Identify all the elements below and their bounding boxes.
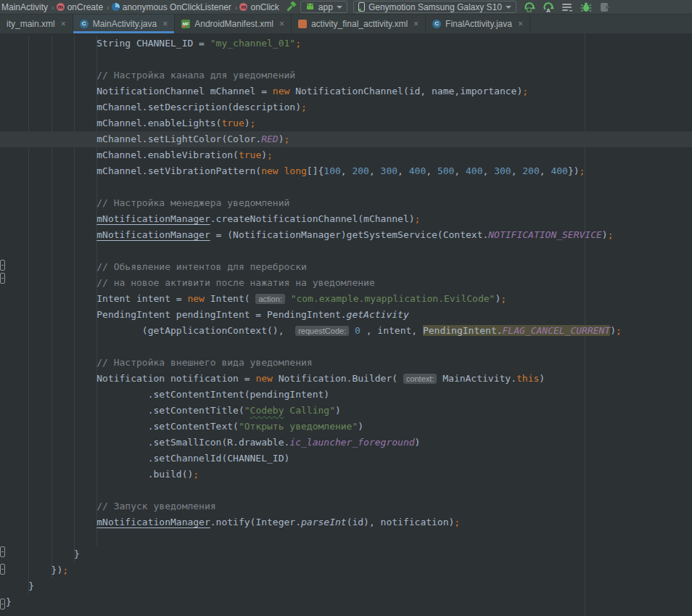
breadcrumb-item[interactable]: monClick xyxy=(239,2,279,12)
breadcrumb-item[interactable]: MainActivity xyxy=(1,2,48,12)
code-token: .setChannelId(CHANNEL_ID) xyxy=(6,453,289,464)
code-line[interactable]: mChannel.setVibrationPattern(new long[]{… xyxy=(0,163,692,179)
code-line[interactable]: mChannel.enableLights(true); xyxy=(0,115,692,131)
code-line[interactable]: // Настройка канала для уведомлений xyxy=(0,67,692,83)
editor-tab[interactable]: CFinalActtivity.java× xyxy=(426,15,530,33)
close-icon[interactable]: × xyxy=(279,19,284,29)
code-line[interactable] xyxy=(0,243,692,259)
code-line[interactable]: Notification notification = new Notifica… xyxy=(0,371,692,387)
profiler-sessions-icon[interactable] xyxy=(561,1,574,13)
code-token: ; xyxy=(193,469,199,480)
code-line[interactable]: // на новое активити после нажатия на ув… xyxy=(0,275,692,291)
code-token: ; xyxy=(580,165,585,176)
code-line[interactable] xyxy=(0,482,692,498)
code-line[interactable]: // Запуск уведомления xyxy=(0,498,692,514)
code-token: // Обьявление интентов для переброски xyxy=(6,261,307,272)
profile-app-icon[interactable] xyxy=(599,1,611,13)
code-line[interactable]: // Обьявление интентов для переброски xyxy=(0,259,692,275)
breadcrumb-separator: › xyxy=(107,3,110,12)
close-icon[interactable]: × xyxy=(162,19,168,29)
device-select[interactable]: Genymotion Samsung Galaxy S10 xyxy=(353,1,516,13)
code-token: FLAG_CANCEL_CURRENT xyxy=(503,325,611,336)
code-token: } xyxy=(6,596,12,607)
code-line[interactable]: // Настройка менеджера уведомлений xyxy=(0,195,692,211)
code-line[interactable]: } xyxy=(0,578,692,594)
editor-tab[interactable]: CMainActivity.java× xyxy=(73,15,176,33)
code-token: ; xyxy=(295,38,301,49)
code-line[interactable]: PendingIntent pendingIntent = PendingInt… xyxy=(0,307,692,323)
apply-code-changes-icon[interactable]: A xyxy=(543,1,555,13)
code-line[interactable]: mChannel.setLightColor(Color.RED); xyxy=(0,131,692,147)
code-line[interactable]: (getApplicationContext(), requestCode: 0… xyxy=(0,323,692,339)
code-token: mChannel.setDescription(description) xyxy=(6,102,301,112)
code-token: 200 xyxy=(522,165,539,176)
code-line[interactable]: // Настройка внешнего вида уведомления xyxy=(0,355,692,371)
chevron-down-icon xyxy=(506,6,511,9)
code-line[interactable]: .build(); xyxy=(0,467,692,482)
apply-changes-restart-icon[interactable] xyxy=(524,1,536,13)
code-token: "my_channel_01" xyxy=(210,38,295,49)
code-token: long xyxy=(284,165,307,176)
code-token: }) xyxy=(6,564,62,575)
code-token: // на новое активити после нажатия на ув… xyxy=(6,277,375,288)
code-line[interactable]: .setContentIntent(pendingIntent) xyxy=(0,387,692,403)
code-line[interactable]: String CHANNEL_ID = "my_channel_01"; xyxy=(0,36,692,52)
code-line[interactable]: .setContentTitle("Codeby Calling") xyxy=(0,403,692,419)
code-token: mNotificationManager xyxy=(96,229,210,240)
code-line[interactable] xyxy=(0,179,692,195)
code-token: .notify(Integer. xyxy=(210,517,301,527)
breadcrumb-label: anonymous OnClickListener xyxy=(123,2,231,12)
code-token: .setContentTitle( xyxy=(6,405,244,416)
code-token: 200 xyxy=(352,165,368,176)
breadcrumb-item[interactable]: monCreate xyxy=(57,2,103,12)
code-token: "Открыть уведомление" xyxy=(239,421,358,432)
code-line[interactable]: mNotificationManager = (NotificationMana… xyxy=(0,227,692,243)
code-token: ; xyxy=(616,325,622,336)
code-token: "com.example.myapplication.EvilCode" xyxy=(291,293,495,304)
tab-label: MainActivity.java xyxy=(93,19,157,29)
code-editor[interactable]: String CHANNEL_ID = "my_channel_01"; // … xyxy=(0,33,692,616)
build-hammer-icon[interactable] xyxy=(285,1,297,13)
code-line[interactable] xyxy=(0,52,692,67)
code-line[interactable]: mChannel.enableVibration(true); xyxy=(0,147,692,163)
code-line[interactable]: .setContentText("Открыть уведомление") xyxy=(0,419,692,435)
code-token: ) xyxy=(539,373,545,384)
code-line[interactable]: mNotificationManager.notify(Integer.pars… xyxy=(0,514,692,530)
code-line[interactable] xyxy=(0,530,692,546)
code-token: ; xyxy=(301,102,307,112)
code-line[interactable]: NotificationChannel mChannel = new Notif… xyxy=(0,83,692,99)
code-token: MainActivity. xyxy=(437,373,516,384)
code-line[interactable]: .setChannelId(CHANNEL_ID) xyxy=(0,451,692,467)
code-line[interactable]: mNotificationManager.createNotificationC… xyxy=(0,211,692,227)
code-token: 400 xyxy=(409,165,426,176)
code-line[interactable]: }); xyxy=(0,562,692,578)
code-token: , xyxy=(511,165,523,176)
close-icon[interactable]: × xyxy=(518,19,523,29)
code-token: ) xyxy=(358,421,363,432)
code-token: 100 xyxy=(324,165,340,176)
code-line[interactable]: } xyxy=(0,594,692,610)
run-configuration-select[interactable]: app xyxy=(300,1,347,13)
close-icon[interactable]: × xyxy=(413,19,419,29)
code-line[interactable]: .setSmallIcon(R.drawable.ic_launcher_for… xyxy=(0,435,692,451)
editor-tab[interactable]: ity_main.xml× xyxy=(0,15,73,33)
breadcrumb-item[interactable]: anonymous OnClickListener xyxy=(112,2,231,12)
code-line[interactable]: Intent intent = new Intent( action: "com… xyxy=(0,291,692,307)
code-token: , xyxy=(369,165,381,176)
java-class-file-icon: C xyxy=(80,20,88,28)
editor-tab[interactable]: MFAndroidManifest.xml× xyxy=(175,15,292,33)
code-line[interactable]: } xyxy=(0,546,692,562)
code-token: Intent( xyxy=(205,293,255,304)
tab-label: AndroidManifest.xml xyxy=(194,19,273,29)
editor-tab[interactable]: activity_final_acttivity.xml× xyxy=(292,15,426,33)
main-toolbar: MainActivity›monCreate›anonymous OnClick… xyxy=(0,0,692,15)
code-token: , xyxy=(341,165,353,176)
code-line[interactable] xyxy=(0,339,692,355)
code-token: []{ xyxy=(307,165,324,176)
close-icon[interactable]: × xyxy=(61,19,66,29)
code-line[interactable]: mChannel.setDescription(description); xyxy=(0,99,692,115)
breadcrumb-separator: › xyxy=(235,3,238,12)
code-area[interactable]: String CHANNEL_ID = "my_channel_01"; // … xyxy=(0,36,692,610)
debug-bug-icon[interactable] xyxy=(580,1,593,13)
code-token: ; xyxy=(250,118,256,128)
